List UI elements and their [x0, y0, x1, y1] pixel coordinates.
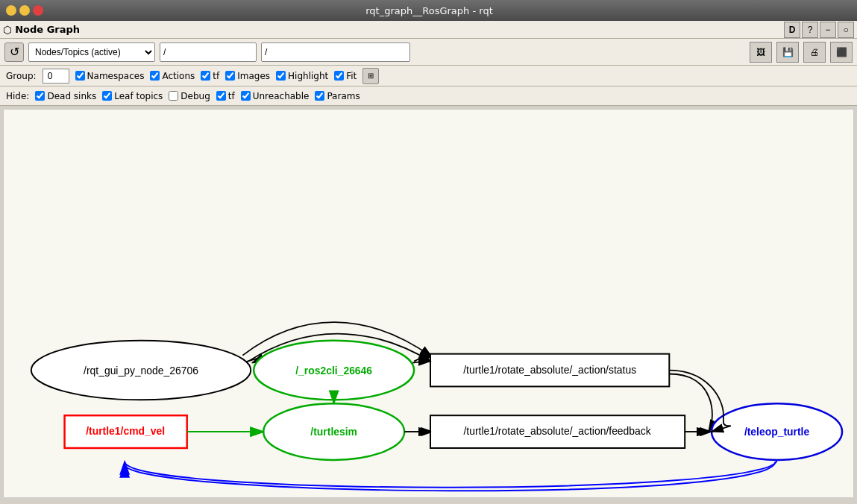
screenshot-button[interactable]: 🖼 [750, 42, 772, 63]
unreachable-option[interactable]: Unreachable [241, 91, 310, 101]
actions-checkbox[interactable] [150, 71, 160, 81]
refresh-button[interactable]: ↺ [4, 42, 24, 62]
dead-sinks-checkbox[interactable] [35, 91, 45, 101]
menubar: ⬡ Node Graph D ? − ○ [0, 21, 857, 39]
dead-sinks-option[interactable]: Dead sinks [35, 91, 96, 101]
node-graph-icon: ⬡ [3, 24, 12, 36]
minimize-button[interactable] [6, 5, 16, 16]
highlight-option[interactable]: Highlight [276, 71, 328, 81]
group-spinner[interactable] [43, 69, 69, 84]
close-button[interactable] [33, 5, 43, 16]
graph-svg: /rqt_gui_py_node_26706 /_ros2cli_26646 /… [4, 110, 853, 497]
debug-checkbox[interactable] [169, 91, 178, 101]
view-mode-dropdown[interactable]: Nodes/Topics (active) [28, 42, 155, 62]
highlight-checkbox[interactable] [276, 71, 286, 81]
debug-option[interactable]: Debug [169, 91, 210, 101]
save-button[interactable]: 💾 [776, 42, 799, 63]
print-button[interactable]: 🖨 [803, 42, 826, 63]
edge-teleop-to-cmdvel [125, 462, 775, 491]
node-turtlesim-label: /turtlesim [310, 426, 357, 438]
fit-button[interactable]: ⊞ [362, 68, 379, 84]
tf-hide-option[interactable]: tf [216, 91, 235, 101]
filter1-input[interactable] [160, 42, 257, 62]
menu-title: Node Graph [15, 24, 80, 35]
group-label: Group: [6, 71, 37, 81]
options-row: Group: Namespaces Actions tf Images High… [0, 66, 857, 86]
fit-checkbox[interactable] [334, 71, 344, 81]
leaf-topics-checkbox[interactable] [102, 91, 112, 101]
dash-button[interactable]: − [820, 22, 836, 38]
node-rqt-gui-label: /rqt_gui_py_node_26706 [84, 365, 198, 377]
group-value-input[interactable] [43, 69, 69, 84]
leaf-topics-option[interactable]: Leaf topics [102, 91, 163, 101]
tf-hide-checkbox[interactable] [216, 91, 226, 101]
images-option[interactable]: Images [225, 71, 270, 81]
hide-label: Hide: [6, 91, 29, 101]
maximize-button[interactable] [19, 5, 30, 16]
tf-option[interactable]: tf [201, 71, 219, 81]
filter2-input[interactable] [261, 42, 410, 62]
fit-option[interactable]: Fit [334, 71, 357, 81]
help-button[interactable]: D [784, 22, 800, 38]
node-status-label: /turtle1/rotate_absolute/_action/status [463, 364, 636, 376]
images-checkbox[interactable] [225, 71, 235, 81]
namespaces-option[interactable]: Namespaces [75, 71, 145, 81]
actions-option[interactable]: Actions [150, 71, 195, 81]
display-button[interactable]: ⬛ [830, 42, 853, 63]
node-ros2cli-label: /_ros2cli_26646 [295, 365, 372, 377]
top-buttons: D ? − ○ [784, 22, 854, 38]
square-button[interactable]: ○ [838, 22, 854, 38]
info-button[interactable]: ? [802, 22, 818, 38]
namespaces-checkbox[interactable] [75, 71, 85, 81]
node-teleop-label: /teleop_turtle [744, 426, 810, 438]
toolbar: ↺ Nodes/Topics (active) 🖼 💾 🖨 ⬛ [0, 39, 857, 66]
hide-row: Hide: Dead sinks Leaf topics Debug tf Un… [0, 86, 857, 106]
params-option[interactable]: Params [315, 91, 360, 101]
window-title: rqt_graph__RosGraph - rqt [43, 5, 815, 16]
titlebar: rqt_graph__RosGraph - rqt [0, 0, 857, 21]
node-cmd-vel-label: /turtle1/cmd_vel [86, 425, 165, 437]
unreachable-checkbox[interactable] [241, 91, 251, 101]
node-feedback-label: /turtle1/rotate_absolute/_action/feedbac… [463, 425, 650, 437]
tf-checkbox[interactable] [201, 71, 210, 81]
params-checkbox[interactable] [315, 91, 324, 101]
graph-area: /rqt_gui_py_node_26706 /_ros2cli_26646 /… [3, 109, 854, 498]
